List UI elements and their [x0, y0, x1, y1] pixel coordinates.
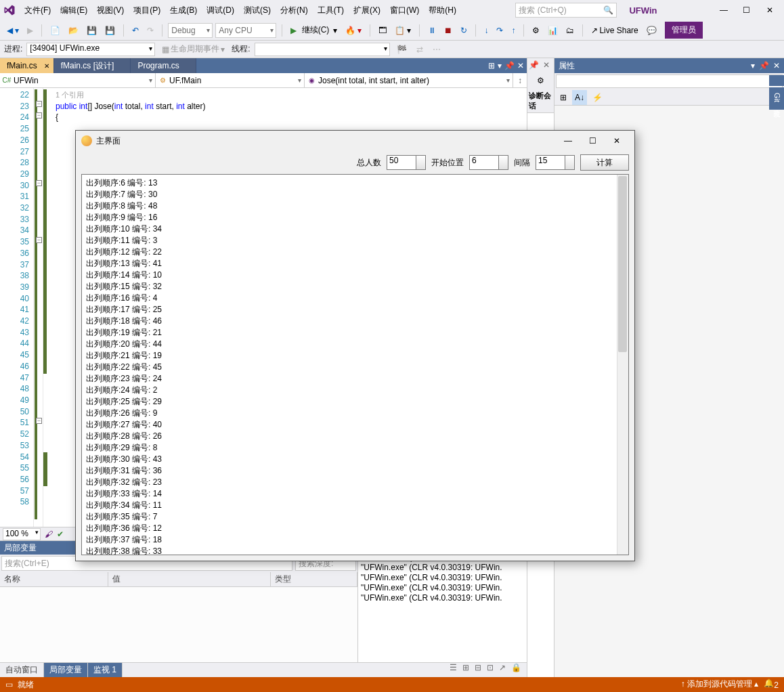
tabs-dropdown-icon[interactable]: ▾ [498, 61, 502, 70]
props-events-icon[interactable]: ⚡ [590, 90, 605, 105]
menu-build[interactable]: 生成(B) [166, 2, 201, 19]
close-button[interactable]: ✕ [758, 1, 781, 19]
continue-button[interactable]: ▶ 继续(C) ▾ [288, 23, 339, 38]
open-button[interactable]: 📂 [66, 23, 81, 38]
search-input[interactable]: 搜索 (Ctrl+Q) 🔍 [515, 3, 617, 18]
menu-analyze[interactable]: 分析(N) [276, 2, 312, 19]
fold-icon[interactable]: − [36, 180, 42, 186]
restart-button[interactable]: ↻ [458, 23, 470, 38]
menu-view[interactable]: 视图(V) [93, 2, 128, 19]
debug-icon-1[interactable]: 🏁 [394, 42, 410, 57]
menu-edit[interactable]: 编辑(E) [56, 2, 91, 19]
health-icon[interactable]: 🖌 [45, 529, 53, 539]
calculate-button[interactable]: 计算 [580, 154, 629, 171]
nav-class-dropdown[interactable]: ⚙UF.fMain [156, 73, 305, 87]
panel-icon-2[interactable]: ⊞ [462, 663, 469, 677]
preview-icon[interactable]: ⊞ [488, 61, 495, 70]
fold-icon[interactable]: − [36, 418, 42, 424]
feedback-button[interactable]: 💬 [644, 23, 659, 38]
menu-test[interactable]: 测试(S) [240, 2, 275, 19]
process-dropdown[interactable]: [34904] UFWin.exe [26, 43, 155, 56]
output-icon[interactable]: ▭ [5, 680, 13, 689]
tb-icon-2[interactable]: 📋 ▾ [392, 23, 414, 38]
undo-button[interactable]: ↶ [129, 23, 141, 38]
pause-button[interactable]: ⏸ [425, 23, 439, 38]
step-input[interactable]: 15 [536, 155, 575, 170]
step-into-button[interactable]: ↓ [481, 23, 491, 38]
fold-icon[interactable]: − [36, 101, 42, 107]
redo-button[interactable]: ↷ [144, 23, 156, 38]
close-icon[interactable]: ✕ [44, 62, 49, 70]
lifecycle-button[interactable]: ▦ 生命周期事件 ▾ [159, 42, 227, 57]
tab-fmain-design[interactable]: fMain.cs [设计] [54, 58, 131, 73]
popup-maximize-button[interactable]: ☐ [580, 131, 605, 150]
panel-icon-3[interactable]: ⊟ [475, 663, 481, 677]
split-icon[interactable]: ↕ [513, 73, 527, 87]
live-share-button[interactable]: ↗ Live Share [588, 23, 640, 38]
solution-explorer-tab[interactable]: 解决方案资源管理器 [769, 75, 784, 86]
close-icon[interactable]: ✕ [773, 61, 780, 70]
platform-dropdown[interactable]: Any CPU [215, 23, 276, 38]
tb-icon-5[interactable]: 🗂 [563, 23, 577, 38]
menu-debug[interactable]: 调试(D) [202, 2, 238, 19]
gear-icon[interactable]: ⚙ [537, 76, 544, 85]
popup-results[interactable]: 出列顺序:6 编号: 13出列顺序:7 编号: 30出列顺序:8 编号: 48出… [81, 174, 629, 555]
tab-locals[interactable]: 局部变量 [44, 663, 88, 677]
back-button[interactable]: ◀ ▾ [4, 23, 22, 38]
menu-extensions[interactable]: 扩展(X) [349, 2, 385, 19]
notifications-button[interactable]: 🔔2 [764, 678, 779, 690]
nav-member-dropdown[interactable]: ◉Jose(int total, int start, int alter) [305, 73, 513, 87]
popup-close-button[interactable]: ✕ [605, 131, 629, 150]
tb-icon-3[interactable]: ⚙ [529, 23, 542, 38]
pin-icon[interactable]: 📌 [759, 61, 769, 70]
step-out-button[interactable]: ↑ [508, 23, 518, 38]
col-name[interactable]: 名称 [0, 572, 108, 586]
save-button[interactable]: 💾 [84, 23, 100, 38]
tb-icon-4[interactable]: 📊 [545, 23, 561, 38]
hot-reload-button[interactable]: 🔥 ▾ [343, 23, 364, 38]
close-icon[interactable]: ✕ [543, 60, 550, 70]
close-all-icon[interactable]: ✕ [517, 61, 524, 70]
tab-fmain-cs[interactable]: fMain.cs✕ [0, 58, 54, 73]
popup-minimize-button[interactable]: — [556, 131, 580, 150]
config-dropdown[interactable]: Debug [168, 23, 213, 38]
menu-help[interactable]: 帮助(H) [424, 2, 460, 19]
step-over-button[interactable]: ↷ [494, 23, 506, 38]
forward-button[interactable]: ▶ [24, 23, 36, 38]
pin-icon[interactable]: 📌 [504, 61, 515, 70]
save-all-button[interactable]: 💾 [102, 23, 118, 38]
menu-project[interactable]: 项目(P) [129, 2, 165, 19]
stop-button[interactable]: ⏹ [441, 23, 455, 38]
debug-icon-3[interactable]: ⋯ [430, 42, 443, 57]
thread-dropdown[interactable] [255, 43, 390, 56]
new-project-button[interactable]: 📄 [47, 23, 63, 38]
minimize-button[interactable]: — [712, 1, 735, 19]
panel-icon-6[interactable]: 🔒 [511, 663, 521, 677]
tb-icon-1[interactable]: 🗔 [376, 23, 389, 38]
menu-file[interactable]: 文件(F) [20, 2, 55, 19]
tab-watch[interactable]: 监视 1 [88, 663, 123, 677]
nav-project-dropdown[interactable]: C#UFWin [0, 73, 156, 87]
fold-icon[interactable]: − [36, 237, 42, 243]
col-type[interactable]: 类型 [271, 572, 357, 586]
menu-window[interactable]: 窗口(W) [386, 2, 423, 19]
locals-body[interactable] [0, 587, 357, 662]
source-control-button[interactable]: ↑ 添加到源代码管理 ▴ [681, 678, 759, 690]
categorize-icon[interactable]: ⊞ [557, 90, 569, 105]
pin-icon[interactable]: 📌 [529, 60, 539, 70]
tab-autos[interactable]: 自动窗口 [0, 663, 44, 677]
scroll-thumb[interactable] [618, 176, 627, 352]
panel-icon-5[interactable]: ↗ [499, 663, 506, 677]
properties-object-dropdown[interactable] [556, 74, 783, 88]
debug-icon-2[interactable]: ⇄ [414, 42, 426, 57]
props-dropdown-icon[interactable]: ▾ [751, 61, 755, 70]
maximize-button[interactable]: ☐ [735, 1, 758, 19]
panel-icon-1[interactable]: ☰ [450, 663, 457, 677]
fold-icon[interactable]: − [36, 112, 42, 118]
panel-icon-4[interactable]: ⊡ [487, 663, 494, 677]
zoom-dropdown[interactable]: 100 % [3, 528, 41, 540]
tab-program-cs[interactable]: Program.cs [131, 58, 196, 73]
git-changes-tab[interactable]: Git 更改 [769, 87, 784, 110]
total-input[interactable]: 50 [387, 155, 426, 170]
start-input[interactable]: 6 [469, 155, 508, 170]
